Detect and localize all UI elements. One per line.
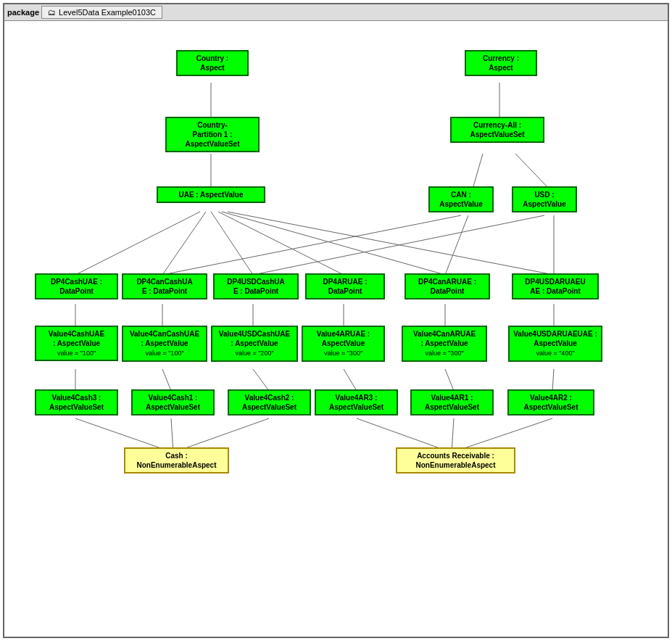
dp4cashuae-node[interactable]: DP4CashUAE :DataPoint: [35, 273, 118, 299]
val4usdcashuae-value: value = "200": [216, 350, 293, 358]
val4cancashuae-label: Value4CanCashUAE: AspectValue: [127, 329, 202, 348]
currency-aspect-node[interactable]: Currency :Aspect: [465, 50, 537, 76]
svg-line-22: [162, 369, 171, 391]
tab-item[interactable]: 🗂 Level5Data Example0103C: [41, 6, 162, 19]
svg-line-10: [228, 212, 554, 275]
svg-line-24: [344, 369, 357, 391]
svg-line-26: [552, 369, 554, 391]
svg-line-6: [162, 212, 206, 275]
can-node[interactable]: CAN :AspectValue: [428, 186, 494, 212]
val4usdaruaeue-node[interactable]: Value4USDARUAEUAE :AspectValue value = "…: [508, 326, 602, 362]
dp4canaruae-node[interactable]: DP4CanARUAE :DataPoint: [405, 273, 490, 299]
val4cash3-label: Value4Cash3 :AspectValueSet: [49, 394, 104, 411]
svg-line-13: [253, 215, 544, 275]
dp4cancashuae-node[interactable]: DP4CanCashUAE : DataPoint: [122, 273, 207, 299]
dp4canaruae-label: DP4CanARUAE :DataPoint: [418, 278, 476, 295]
val4ar2-label: Value4AR2 :AspectValueSet: [523, 394, 578, 411]
dp4usdaruaeae-label: DP4USDARUAEUAE : DataPoint: [525, 278, 585, 295]
svg-line-8: [218, 212, 344, 275]
country-aspect-node[interactable]: Country :Aspect: [176, 50, 249, 76]
country-partition-node[interactable]: Country-Partition 1 :AspectValueSet: [165, 117, 260, 152]
val4cash3-node[interactable]: Value4Cash3 :AspectValueSet: [35, 389, 118, 415]
val4usdaruaeue-value: value = "400": [513, 350, 597, 358]
country-aspect-label: Country :Aspect: [196, 54, 228, 72]
val4cash2-node[interactable]: Value4Cash2 :AspectValueSet: [228, 389, 311, 415]
val4ar1-node[interactable]: Value4AR1 :AspectValueSet: [410, 389, 494, 415]
svg-line-23: [253, 369, 269, 391]
country-partition-label: Country-Partition 1 :AspectValueSet: [185, 121, 239, 148]
svg-line-9: [222, 212, 445, 275]
val4canaruae-node[interactable]: Value4CanARUAE: AspectValue value = "300…: [402, 326, 487, 362]
val4cash2-label: Value4Cash2 :AspectValueSet: [242, 394, 296, 411]
cash-node[interactable]: Cash :NonEnumerableAspect: [124, 447, 229, 473]
val4cashuae-node[interactable]: Value4CashUAE: AspectValue value = "100": [35, 326, 118, 361]
can-label: CAN :AspectValue: [439, 191, 482, 208]
val4ar1-label: Value4AR1 :AspectValueSet: [425, 394, 479, 411]
currency-aspect-label: Currency :Aspect: [483, 54, 519, 72]
tab-title: Level5Data Example0103C: [59, 8, 156, 17]
cash-label: Cash :NonEnumerableAspect: [136, 452, 216, 469]
val4ar3-label: Value4AR3 :AspectValueSet: [329, 394, 383, 411]
val4cashuae-label: Value4CashUAE: AspectValue: [40, 329, 113, 348]
svg-line-5: [75, 212, 200, 275]
tab-icon: 🗂: [48, 8, 56, 17]
val4usdaruaeue-label: Value4USDARUAEUAE :AspectValue: [513, 329, 597, 348]
val4ar2-node[interactable]: Value4AR2 :AspectValueSet: [507, 389, 594, 415]
diagram-area: Country :Aspect Currency :Aspect Country…: [4, 21, 668, 507]
dp4aruae-node[interactable]: DP4ARUAE :DataPoint: [305, 273, 385, 299]
svg-line-25: [445, 369, 454, 391]
val4usdcashuae-label: Value4USDCashUAE: AspectValue: [216, 329, 293, 348]
tab-bar: package 🗂 Level5Data Example0103C: [4, 4, 668, 21]
currency-all-label: Currency-All :AspectValueSet: [470, 121, 524, 138]
svg-line-11: [162, 215, 461, 275]
dp4usdcashuae-node[interactable]: DP4USDCashUAE : DataPoint: [213, 273, 299, 299]
val4canaruae-value: value = "300": [407, 350, 482, 358]
dp4usdcashuae-label: DP4USDCashUAE : DataPoint: [227, 278, 284, 295]
svg-line-7: [211, 212, 253, 275]
accounts-receivable-node[interactable]: Accounts Receivable :NonEnumerableAspect: [396, 447, 515, 473]
val4aruae-node[interactable]: Value4ARUAE :AspectValue value = "300": [302, 326, 385, 362]
usd-node[interactable]: USD :AspectValue: [512, 186, 577, 212]
val4cashuae-value: value = "100": [40, 350, 113, 358]
val4aruae-value: value = "300": [307, 350, 380, 358]
val4cash1-node[interactable]: Value4Cash1 :AspectValueSet: [131, 389, 215, 415]
val4cancashuae-value: value = "100": [127, 350, 202, 358]
val4cash1-label: Value4Cash1 :AspectValueSet: [146, 394, 200, 411]
usd-label: USD :AspectValue: [523, 191, 565, 208]
dp4cashuae-label: DP4CashUAE :DataPoint: [51, 278, 102, 295]
currency-all-node[interactable]: Currency-All :AspectValueSet: [450, 117, 544, 143]
val4aruae-label: Value4ARUAE :AspectValue: [307, 329, 380, 348]
val4usdcashuae-node[interactable]: Value4USDCashUAE: AspectValue value = "2…: [211, 326, 298, 362]
connector-lines: [4, 21, 668, 500]
val4cancashuae-node[interactable]: Value4CanCashUAE: AspectValue value = "1…: [122, 326, 207, 362]
uae-label: UAE : AspectValue: [178, 191, 243, 199]
dp4usdaruaeae-node[interactable]: DP4USDARUAEUAE : DataPoint: [512, 273, 599, 299]
val4canaruae-label: Value4CanARUAE: AspectValue: [407, 329, 482, 348]
package-label: package: [7, 8, 39, 17]
uae-node[interactable]: UAE : AspectValue: [157, 186, 265, 203]
svg-line-12: [445, 215, 468, 275]
accounts-receivable-label: Accounts Receivable :NonEnumerableAspect: [415, 452, 495, 469]
val4ar3-node[interactable]: Value4AR3 :AspectValueSet: [315, 389, 398, 415]
dp4aruae-label: DP4ARUAE :DataPoint: [323, 278, 367, 295]
dp4cancashuae-label: DP4CanCashUAE : DataPoint: [136, 278, 192, 295]
main-frame: package 🗂 Level5Data Example0103C: [3, 3, 669, 638]
